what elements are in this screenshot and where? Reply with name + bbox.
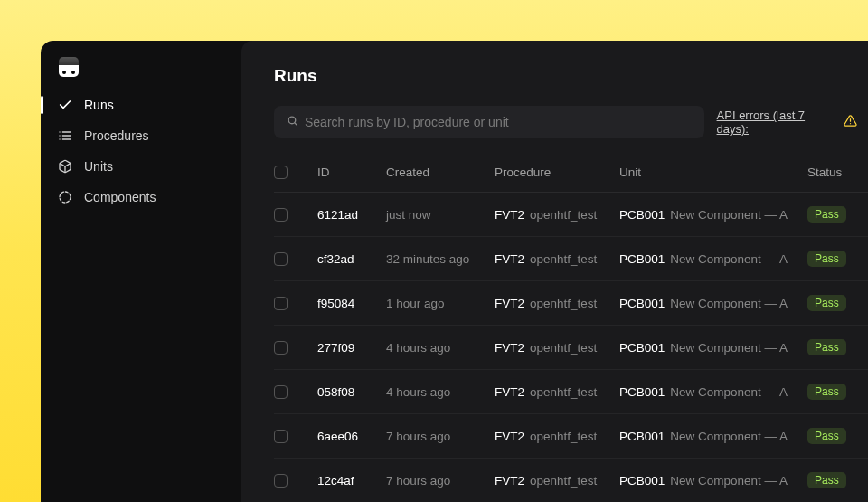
cell-procedure: FVT2openhtf_test [495, 430, 619, 443]
cell-status: Pass [807, 251, 868, 267]
status-badge: Pass [807, 251, 846, 267]
circle-dashed-icon [57, 189, 73, 205]
sidebar-item-label: Components [84, 190, 156, 204]
sidebar-item-components[interactable]: Components [41, 182, 241, 213]
col-id: ID [317, 166, 386, 179]
list-icon [57, 128, 73, 144]
sidebar-item-label: Runs [84, 98, 114, 112]
status-badge: Pass [807, 339, 846, 355]
cell-created: 7 hours ago [386, 474, 495, 488]
sidebar-item-procedures[interactable]: Procedures [41, 120, 241, 151]
svg-point-7 [60, 192, 71, 203]
sidebar-item-label: Procedures [84, 128, 149, 143]
cell-created: 32 minutes ago [386, 252, 495, 266]
status-badge: Pass [807, 295, 846, 311]
col-unit: Unit [619, 166, 807, 179]
row-checkbox[interactable] [274, 252, 288, 266]
cell-unit: PCB001New Component — A [619, 252, 807, 266]
cell-status: Pass [807, 428, 868, 444]
cell-procedure: FVT2openhtf_test [495, 297, 619, 310]
status-badge: Pass [807, 206, 846, 223]
svg-line-9 [295, 123, 297, 125]
cell-created: 4 hours ago [386, 385, 495, 399]
cell-created: 4 hours ago [386, 341, 495, 355]
page-title: Runs [274, 66, 868, 86]
table-row[interactable]: 058f08 4 hours ago FVT2openhtf_test PCB0… [274, 370, 868, 414]
row-checkbox[interactable] [274, 385, 288, 399]
main-panel: Runs API errors (last 7 days): ID Create… [241, 41, 868, 502]
cube-icon [57, 158, 73, 175]
search-input[interactable] [274, 106, 704, 138]
status-badge: Pass [807, 428, 846, 444]
table-row[interactable]: 6121ad just now FVT2openhtf_test PCB001N… [274, 193, 868, 237]
cell-procedure: FVT2openhtf_test [495, 208, 619, 222]
cell-procedure: FVT2openhtf_test [495, 252, 619, 266]
cell-created: 7 hours ago [386, 430, 495, 443]
cell-status: Pass [807, 295, 868, 311]
cell-status: Pass [807, 206, 868, 223]
col-status: Status [807, 166, 868, 179]
cell-id: f95084 [317, 297, 386, 310]
row-checkbox[interactable] [274, 474, 288, 488]
search-wrap [274, 106, 704, 138]
toolbar: API errors (last 7 days): [274, 106, 868, 138]
row-checkbox[interactable] [274, 430, 288, 443]
cell-unit: PCB001New Component — A [619, 430, 807, 443]
cell-id: 277f09 [317, 341, 386, 355]
cell-unit: PCB001New Component — A [619, 385, 807, 399]
cell-procedure: FVT2openhtf_test [495, 474, 619, 488]
search-icon [287, 114, 298, 130]
col-procedure: Procedure [495, 166, 619, 179]
warning-icon [844, 114, 857, 130]
cell-procedure: FVT2openhtf_test [495, 341, 619, 355]
cell-unit: PCB001New Component — A [619, 208, 807, 222]
cell-status: Pass [807, 384, 868, 400]
table-body: 6121ad just now FVT2openhtf_test PCB001N… [274, 193, 868, 502]
cell-status: Pass [807, 472, 868, 488]
status-badge: Pass [807, 384, 846, 400]
api-errors-link[interactable]: API errors (last 7 days): [717, 109, 857, 136]
table-row[interactable]: 277f09 4 hours ago FVT2openhtf_test PCB0… [274, 326, 868, 370]
row-checkbox[interactable] [274, 208, 288, 222]
api-errors-label: API errors (last 7 days): [717, 109, 838, 136]
table-row[interactable]: 12c4af 7 hours ago FVT2openhtf_test PCB0… [274, 459, 868, 502]
cell-created: just now [386, 208, 495, 222]
table-row[interactable]: 6aee06 7 hours ago FVT2openhtf_test PCB0… [274, 414, 868, 459]
sidebar-item-label: Units [84, 159, 113, 174]
sidebar-item-units[interactable]: Units [41, 151, 241, 182]
cell-created: 1 hour ago [386, 297, 495, 310]
col-created: Created [386, 166, 495, 179]
cell-status: Pass [807, 339, 868, 355]
cell-unit: PCB001New Component — A [619, 297, 807, 310]
cell-id: 6121ad [317, 208, 386, 222]
table-row[interactable]: cf32ad 32 minutes ago FVT2openhtf_test P… [274, 237, 868, 281]
cell-procedure: FVT2openhtf_test [495, 385, 619, 399]
sidebar-item-runs[interactable]: Runs [41, 90, 241, 120]
app-window: Runs Procedures Units Components Runs [41, 41, 868, 502]
table-header: ID Created Procedure Unit Status [274, 160, 868, 193]
select-all-checkbox[interactable] [274, 166, 288, 179]
cell-unit: PCB001New Component — A [619, 474, 807, 488]
cell-unit: PCB001New Component — A [619, 341, 807, 355]
row-checkbox[interactable] [274, 341, 288, 355]
cell-id: cf32ad [317, 252, 386, 266]
app-logo [59, 57, 79, 77]
row-checkbox[interactable] [274, 297, 288, 310]
cell-id: 6aee06 [317, 430, 386, 443]
cell-id: 12c4af [317, 474, 386, 488]
cell-id: 058f08 [317, 385, 386, 399]
status-badge: Pass [807, 472, 846, 488]
table-row[interactable]: f95084 1 hour ago FVT2openhtf_test PCB00… [274, 281, 868, 326]
runs-table: ID Created Procedure Unit Status 6121ad … [274, 160, 868, 502]
check-icon [57, 97, 73, 113]
sidebar: Runs Procedures Units Components [41, 41, 241, 502]
